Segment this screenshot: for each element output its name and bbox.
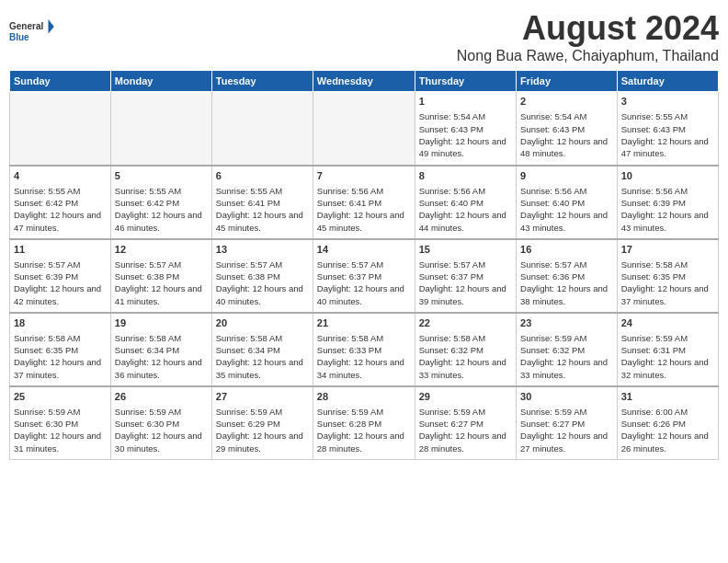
table-row [10,92,111,166]
table-row: 15Sunrise: 5:57 AMSunset: 6:37 PMDayligh… [415,239,516,313]
table-row: 2Sunrise: 5:54 AMSunset: 6:43 PMDaylight… [517,92,618,166]
col-friday: Friday [517,71,618,92]
table-row: 25Sunrise: 5:59 AMSunset: 6:30 PMDayligh… [10,386,111,460]
svg-text:General: General [9,21,43,31]
table-row: 14Sunrise: 5:57 AMSunset: 6:37 PMDayligh… [313,239,415,313]
col-tuesday: Tuesday [211,71,313,92]
table-row: 10Sunrise: 5:56 AMSunset: 6:39 PMDayligh… [617,166,718,239]
calendar-table: Sunday Monday Tuesday Wednesday Thursday… [9,70,719,460]
table-row: 7Sunrise: 5:56 AMSunset: 6:41 PMDaylight… [313,166,415,239]
table-row: 18Sunrise: 5:58 AMSunset: 6:35 PMDayligh… [10,313,111,386]
calendar-header: Sunday Monday Tuesday Wednesday Thursday… [10,71,719,92]
page-header: General Blue August 2024 Nong Bua Rawe, … [9,9,719,64]
table-row: 30Sunrise: 5:59 AMSunset: 6:27 PMDayligh… [517,386,618,460]
logo-svg: General Blue [9,9,55,55]
table-row: 16Sunrise: 5:57 AMSunset: 6:36 PMDayligh… [517,239,618,313]
table-row: 9Sunrise: 5:56 AMSunset: 6:40 PMDaylight… [517,166,618,239]
table-row [211,92,313,166]
svg-marker-2 [49,19,54,34]
table-row: 24Sunrise: 5:59 AMSunset: 6:31 PMDayligh… [617,313,718,386]
title-block: August 2024 Nong Bua Rawe, Chaiyaphum, T… [457,9,719,64]
table-row: 29Sunrise: 5:59 AMSunset: 6:27 PMDayligh… [415,386,516,460]
page-subtitle: Nong Bua Rawe, Chaiyaphum, Thailand [457,48,719,64]
svg-text:Blue: Blue [9,32,29,42]
col-saturday: Saturday [617,71,718,92]
table-row: 5Sunrise: 5:55 AMSunset: 6:42 PMDaylight… [110,166,211,239]
table-row: 31Sunrise: 6:00 AMSunset: 6:26 PMDayligh… [617,386,718,460]
table-row: 19Sunrise: 5:58 AMSunset: 6:34 PMDayligh… [110,313,211,386]
table-row: 1Sunrise: 5:54 AMSunset: 6:43 PMDaylight… [415,92,516,166]
table-row: 27Sunrise: 5:59 AMSunset: 6:29 PMDayligh… [211,386,313,460]
table-row: 12Sunrise: 5:57 AMSunset: 6:38 PMDayligh… [110,239,211,313]
page-title: August 2024 [457,9,719,48]
table-row: 22Sunrise: 5:58 AMSunset: 6:32 PMDayligh… [415,313,516,386]
table-row [313,92,415,166]
table-row [110,92,211,166]
table-row: 26Sunrise: 5:59 AMSunset: 6:30 PMDayligh… [110,386,211,460]
table-row: 23Sunrise: 5:59 AMSunset: 6:32 PMDayligh… [517,313,618,386]
col-wednesday: Wednesday [313,71,415,92]
table-row: 4Sunrise: 5:55 AMSunset: 6:42 PMDaylight… [10,166,111,239]
col-monday: Monday [110,71,211,92]
table-row: 13Sunrise: 5:57 AMSunset: 6:38 PMDayligh… [211,239,313,313]
table-row: 11Sunrise: 5:57 AMSunset: 6:39 PMDayligh… [10,239,111,313]
table-row: 3Sunrise: 5:55 AMSunset: 6:43 PMDaylight… [617,92,718,166]
col-sunday: Sunday [10,71,111,92]
table-row: 28Sunrise: 5:59 AMSunset: 6:28 PMDayligh… [313,386,415,460]
table-row: 21Sunrise: 5:58 AMSunset: 6:33 PMDayligh… [313,313,415,386]
table-row: 20Sunrise: 5:58 AMSunset: 6:34 PMDayligh… [211,313,313,386]
logo: General Blue [9,9,55,55]
table-row: 8Sunrise: 5:56 AMSunset: 6:40 PMDaylight… [415,166,516,239]
table-row: 17Sunrise: 5:58 AMSunset: 6:35 PMDayligh… [617,239,718,313]
table-row: 6Sunrise: 5:55 AMSunset: 6:41 PMDaylight… [211,166,313,239]
col-thursday: Thursday [415,71,516,92]
calendar-body: 1Sunrise: 5:54 AMSunset: 6:43 PMDaylight… [10,92,719,460]
